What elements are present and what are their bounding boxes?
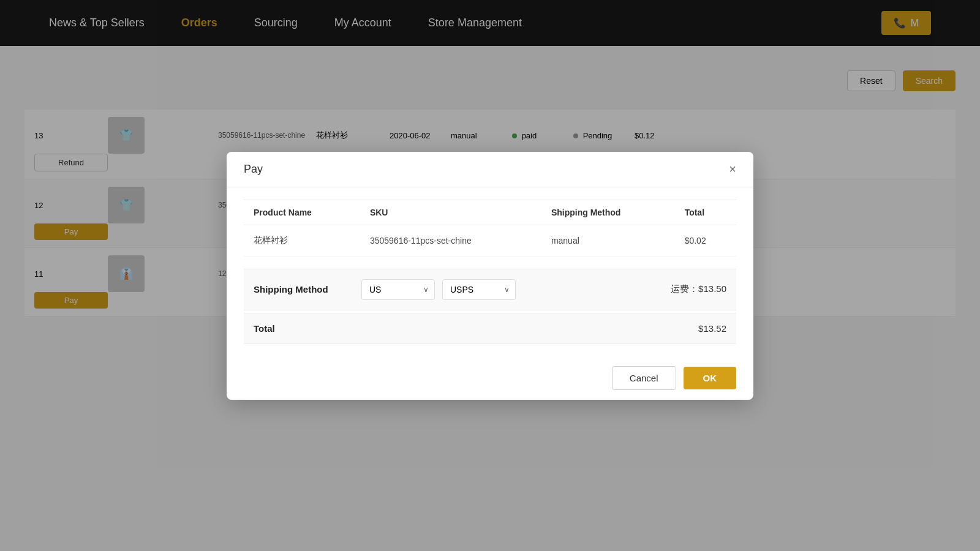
product-total-cell: $0.02 (675, 225, 736, 256)
modal-overlay: Pay × Product Name SKU Shipping Method T… (0, 0, 980, 551)
product-shipping-cell: manual (541, 225, 675, 256)
cancel-button[interactable]: Cancel (612, 366, 676, 390)
modal-body: Product Name SKU Shipping Method Total 花… (227, 200, 753, 356)
country-select-wrapper: USUKCAAU (361, 279, 435, 300)
modal-footer: Cancel OK (227, 356, 753, 400)
pay-modal: Pay × Product Name SKU Shipping Method T… (227, 152, 753, 400)
total-label: Total (254, 323, 275, 334)
total-value: $13.52 (698, 323, 726, 334)
shipping-method-label: Shipping Method (254, 284, 352, 294)
shipping-selects: USUKCAAU USPSFedExDHLUPS (361, 279, 661, 300)
col-header-product-name: Product Name (244, 200, 360, 225)
product-name-cell: 花样衬衫 (244, 225, 360, 256)
ok-button[interactable]: OK (684, 367, 737, 389)
col-header-shipping-method: Shipping Method (541, 200, 675, 225)
modal-header: Pay × (227, 152, 753, 187)
modal-close-button[interactable]: × (729, 163, 736, 175)
shipping-cost: 运费：$13.50 (671, 283, 726, 295)
modal-title: Pay (244, 163, 263, 176)
carrier-select[interactable]: USPSFedExDHLUPS (442, 279, 516, 300)
product-row: 花样衬衫 35059616-11pcs-set-chine manual $0.… (244, 225, 736, 256)
product-sku-cell: 35059616-11pcs-set-chine (360, 225, 541, 256)
col-header-sku: SKU (360, 200, 541, 225)
shipping-method-row: Shipping Method USUKCAAU USPSFedExDHLUPS… (244, 269, 736, 310)
carrier-select-wrapper: USPSFedExDHLUPS (442, 279, 516, 300)
product-table: Product Name SKU Shipping Method Total 花… (244, 200, 736, 257)
country-select[interactable]: USUKCAAU (361, 279, 435, 300)
total-row: Total $13.52 (244, 313, 736, 344)
col-header-total: Total (675, 200, 736, 225)
